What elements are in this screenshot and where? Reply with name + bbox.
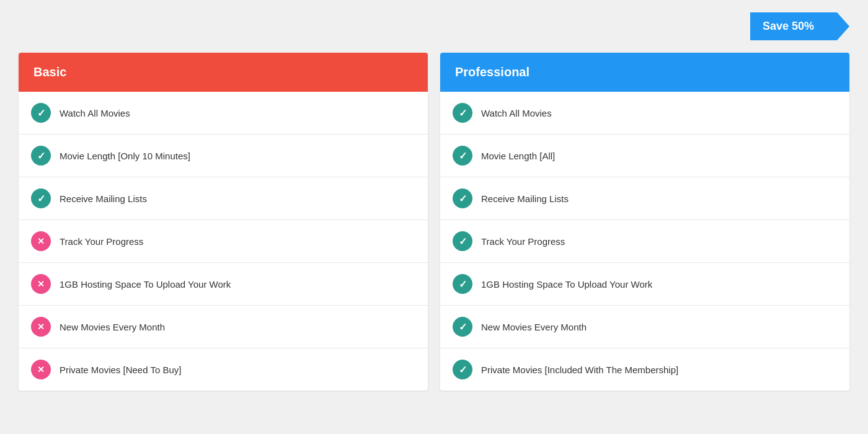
cross-icon: [31, 274, 51, 294]
list-item: 1GB Hosting Space To Upload Your Work: [440, 263, 849, 306]
checkmark-symbol: [459, 107, 467, 119]
check-icon: [453, 317, 472, 337]
check-icon: [453, 360, 472, 379]
feature-text: Private Movies [Need To Buy]: [60, 365, 181, 375]
list-item: New Movies Every Month: [440, 306, 849, 348]
cross-icon: [31, 360, 51, 379]
check-icon: [31, 146, 51, 166]
list-item: 1GB Hosting Space To Upload Your Work: [19, 263, 428, 306]
feature-list-basic: Watch All MoviesMovie Length [Only 10 Mi…: [19, 92, 428, 391]
save-badge: Save 50%: [750, 12, 849, 40]
check-icon: [453, 146, 472, 166]
feature-text: Movie Length [Only 10 Minutes]: [60, 151, 190, 161]
feature-list-professional: Watch All MoviesMovie Length [All]Receiv…: [440, 92, 849, 391]
checkmark-symbol: [459, 278, 467, 290]
list-item: Receive Mailing Lists: [19, 177, 428, 220]
feature-text: Movie Length [All]: [481, 151, 555, 161]
list-item: Private Movies [Need To Buy]: [19, 348, 428, 391]
list-item: Movie Length [Only 10 Minutes]: [19, 135, 428, 177]
list-item: Private Movies [Included With The Member…: [440, 348, 849, 391]
feature-text: New Movies Every Month: [60, 322, 165, 332]
list-item: Receive Mailing Lists: [440, 177, 849, 220]
feature-text: New Movies Every Month: [481, 322, 587, 332]
feature-text: Watch All Movies: [60, 108, 130, 118]
feature-text: Receive Mailing Lists: [60, 193, 147, 204]
list-item: Watch All Movies: [19, 92, 428, 135]
list-item: Track Your Progress: [440, 220, 849, 263]
check-icon: [453, 231, 472, 251]
save-badge-container: Save 50%: [19, 12, 849, 40]
checkmark-symbol: [459, 236, 467, 247]
feature-text: Track Your Progress: [60, 236, 143, 247]
cross-icon: [31, 231, 51, 251]
check-icon: [31, 188, 51, 208]
crossmark-symbol: [37, 364, 45, 375]
feature-text: Watch All Movies: [481, 108, 552, 118]
feature-text: Private Movies [Included With The Member…: [481, 365, 678, 375]
check-icon: [453, 103, 472, 123]
plans-container: BasicWatch All MoviesMovie Length [Only …: [19, 53, 849, 391]
checkmark-symbol: [37, 193, 45, 205]
list-item: Movie Length [All]: [440, 135, 849, 177]
plan-header-basic: Basic: [19, 53, 428, 92]
check-icon: [31, 103, 51, 123]
plan-basic: BasicWatch All MoviesMovie Length [Only …: [19, 53, 428, 391]
checkmark-symbol: [459, 321, 467, 333]
list-item: Watch All Movies: [440, 92, 849, 135]
checkmark-symbol: [459, 150, 467, 162]
crossmark-symbol: [37, 278, 45, 290]
list-item: New Movies Every Month: [19, 306, 428, 348]
checkmark-symbol: [459, 193, 467, 205]
list-item: Track Your Progress: [19, 220, 428, 263]
save-badge-label: Save 50%: [763, 20, 814, 32]
cross-icon: [31, 317, 51, 337]
feature-text: Track Your Progress: [481, 236, 565, 247]
feature-text: Receive Mailing Lists: [481, 193, 569, 204]
checkmark-symbol: [37, 150, 45, 162]
crossmark-symbol: [37, 236, 45, 247]
checkmark-symbol: [459, 364, 467, 376]
feature-text: 1GB Hosting Space To Upload Your Work: [60, 279, 231, 290]
check-icon: [453, 274, 472, 294]
checkmark-symbol: [37, 107, 45, 119]
crossmark-symbol: [37, 321, 45, 332]
plan-header-professional: Professional: [440, 53, 849, 92]
plan-professional: ProfessionalWatch All MoviesMovie Length…: [440, 53, 849, 391]
feature-text: 1GB Hosting Space To Upload Your Work: [481, 279, 652, 290]
check-icon: [453, 188, 472, 208]
